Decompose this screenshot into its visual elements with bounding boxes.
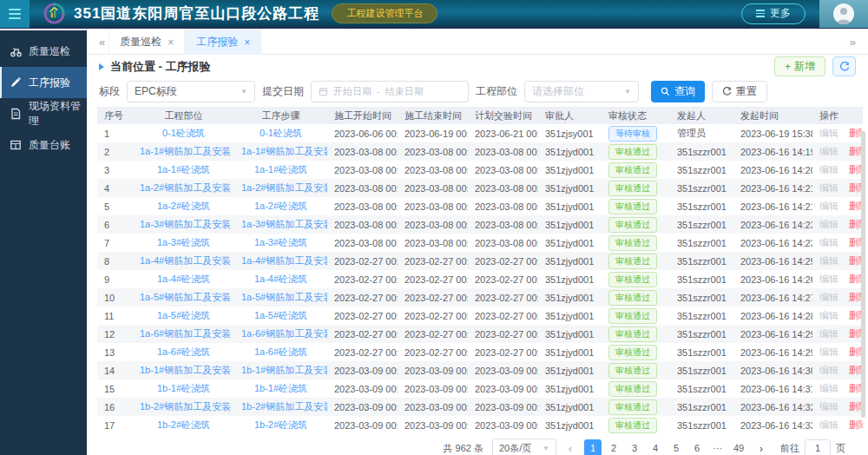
sidebar-item-quality-ledger[interactable]: 质量台账 <box>0 129 87 161</box>
edit-button[interactable]: 编辑 <box>819 401 838 412</box>
column-header: 工程部位 <box>133 107 234 124</box>
step-link[interactable]: 1a-3#砼浇筑 <box>234 234 327 252</box>
edit-button[interactable]: 编辑 <box>819 292 838 302</box>
sidebar-item-site-documents[interactable]: 现场资料管理 <box>0 98 87 129</box>
edit-button[interactable]: 编辑 <box>819 346 838 357</box>
part-link[interactable]: 1a-5#钢筋加工及安装 <box>133 288 234 307</box>
edit-button[interactable]: 编辑 <box>819 365 838 375</box>
construction-end-time: 2023-02-27 00:00 <box>398 270 468 288</box>
search-button[interactable]: 查询 <box>651 81 705 102</box>
step-link[interactable]: 1b-1#砼浇筑 <box>234 379 327 398</box>
step-link[interactable]: 1a-5#砼浇筑 <box>234 307 327 325</box>
close-icon[interactable]: × <box>244 36 250 49</box>
step-link[interactable]: 1a-6#砼浇筑 <box>234 343 327 361</box>
close-icon[interactable]: × <box>168 36 174 49</box>
step-link[interactable]: 1b-2#钢筋加工及安装 <box>234 398 327 416</box>
edit-button[interactable]: 编辑 <box>819 255 838 266</box>
edit-button[interactable]: 编辑 <box>819 182 838 193</box>
step-link[interactable]: 1a-2#砼浇筑 <box>234 197 327 215</box>
part-link[interactable]: 1b-1#砼浇筑 <box>133 379 234 398</box>
edit-button[interactable]: 编辑 <box>819 419 838 430</box>
date-range-input[interactable]: 开始日期 - 结束日期 <box>311 81 469 102</box>
add-button[interactable]: + 新增 <box>774 56 825 76</box>
step-link[interactable]: 0-1砼浇筑 <box>234 124 327 142</box>
page-button-6[interactable]: 6 <box>688 439 706 455</box>
edit-button[interactable]: 编辑 <box>819 310 838 320</box>
user-avatar[interactable] <box>819 0 868 28</box>
ops-cell: 编辑 删除 <box>812 325 863 343</box>
tab-process-inspection[interactable]: 工序报验 × <box>185 30 261 55</box>
planned-inspection-time: 2023-03-08 00:00 <box>468 215 538 234</box>
pencil-icon <box>10 76 22 89</box>
page-ellipsis[interactable]: ··· <box>709 439 727 455</box>
part-select[interactable]: 请选择部位 ▼ <box>524 81 639 102</box>
planned-inspection-time: 2023-06-21 00:00 <box>468 124 538 142</box>
step-link[interactable]: 1b-2#砼浇筑 <box>234 416 327 434</box>
construction-end-time: 2023-03-09 00:00 <box>398 379 468 398</box>
page-button-4[interactable]: 4 <box>647 439 664 455</box>
row-index: 4 <box>97 179 133 197</box>
tabs-collapse-icon[interactable]: « <box>95 36 108 49</box>
next-page-button[interactable]: › <box>753 439 770 455</box>
page-size-select[interactable]: 20条/页 ▼ <box>492 439 556 455</box>
part-link[interactable]: 1a-6#砼浇筑 <box>133 343 234 361</box>
part-link[interactable]: 1a-4#钢筋加工及安装 <box>133 252 234 270</box>
tab-quality-patrol[interactable]: 质量巡检 × <box>108 30 185 55</box>
step-link[interactable]: 1b-1#钢筋加工及安装 <box>234 361 327 379</box>
part-link[interactable]: 1a-4#砼浇筑 <box>133 270 234 288</box>
part-link[interactable]: 1a-2#砼浇筑 <box>133 197 234 215</box>
approver: 351zjyd001 <box>538 234 602 252</box>
page-button-2[interactable]: 2 <box>605 439 622 455</box>
page-button-1[interactable]: 1 <box>584 439 602 455</box>
step-link[interactable]: 1a-4#砼浇筑 <box>234 270 327 288</box>
sidebar-toggle-button[interactable] <box>0 0 30 28</box>
step-link[interactable]: 1a-1#砼浇筑 <box>234 161 327 179</box>
tab-label: 工序报验 <box>196 35 238 49</box>
sidebar-item-process-inspection[interactable]: 工序报验 <box>0 67 87 98</box>
refresh-button[interactable] <box>832 56 856 76</box>
edit-button[interactable]: 编辑 <box>819 128 838 138</box>
edit-button[interactable]: 编辑 <box>819 146 838 156</box>
step-link[interactable]: 1a-4#钢筋加工及安装 <box>234 252 327 270</box>
reset-button[interactable]: 重置 <box>712 81 767 102</box>
edit-button[interactable]: 编辑 <box>819 219 838 229</box>
vertical-scrollbar[interactable] <box>861 131 865 418</box>
part-link[interactable]: 1a-6#钢筋加工及安装 <box>133 325 234 343</box>
page-button-3[interactable]: 3 <box>626 439 643 455</box>
chevron-down-icon: ▼ <box>624 88 631 96</box>
step-link[interactable]: 1a-6#钢筋加工及安装 <box>234 325 327 343</box>
step-link[interactable]: 1a-5#钢筋加工及安装 <box>234 288 327 307</box>
edit-button[interactable]: 编辑 <box>819 383 838 393</box>
part-link[interactable]: 1b-2#砼浇筑 <box>133 416 234 434</box>
edit-button[interactable]: 编辑 <box>819 274 838 284</box>
edit-button[interactable]: 编辑 <box>819 237 838 247</box>
edit-button[interactable]: 编辑 <box>819 328 838 339</box>
step-link[interactable]: 1a-1#钢筋加工及安装 <box>234 142 327 161</box>
part-link[interactable]: 1a-5#砼浇筑 <box>133 307 234 325</box>
part-select-placeholder: 请选择部位 <box>532 84 584 99</box>
more-button[interactable]: 更多 <box>741 3 806 24</box>
approver: 351zjyd001 <box>538 270 602 288</box>
part-link[interactable]: 1a-2#钢筋加工及安装 <box>133 179 234 197</box>
part-link[interactable]: 1a-1#砼浇筑 <box>133 161 234 179</box>
step-link[interactable]: 1a-2#钢筋加工及安装 <box>234 179 327 197</box>
part-link[interactable]: 1a-3#砼浇筑 <box>133 234 234 252</box>
part-link[interactable]: 0-1砼浇筑 <box>133 124 234 142</box>
step-link[interactable]: 1a-3#钢筋加工及安装 <box>234 215 327 234</box>
part-link[interactable]: 1a-3#钢筋加工及安装 <box>133 215 234 234</box>
section-select[interactable]: EPC标段 ▼ <box>127 81 255 102</box>
initiate-time: 2023-06-16 14:19 <box>733 142 812 161</box>
status-cell: 审核通过 <box>602 416 670 434</box>
page-button-5[interactable]: 5 <box>667 439 685 455</box>
edit-button[interactable]: 编辑 <box>819 201 838 211</box>
page-button-49[interactable]: 49 <box>730 439 747 455</box>
delete-button[interactable]: 删除 <box>849 419 863 430</box>
prev-page-button[interactable]: ‹ <box>562 439 579 455</box>
tabs-expand-icon[interactable]: » <box>846 36 859 49</box>
part-link[interactable]: 1b-2#钢筋加工及安装 <box>133 398 234 416</box>
part-link[interactable]: 1a-1#钢筋加工及安装 <box>133 142 234 161</box>
goto-page-input[interactable] <box>805 439 831 455</box>
sidebar-item-quality-patrol[interactable]: 质量巡检 <box>0 36 87 67</box>
part-link[interactable]: 1b-1#钢筋加工及安装 <box>133 361 234 379</box>
edit-button[interactable]: 编辑 <box>819 164 838 175</box>
